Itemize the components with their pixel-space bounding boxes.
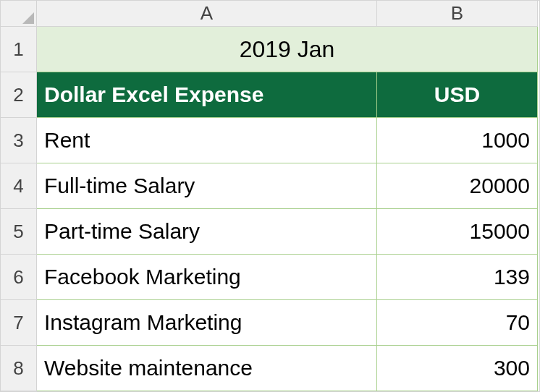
row-header-1[interactable]: 1 — [1, 27, 37, 72]
expense-label[interactable]: Full-time Salary — [37, 163, 377, 209]
select-all-corner[interactable] — [1, 1, 37, 27]
expense-label[interactable]: Website maintenance — [37, 346, 377, 391]
expense-label[interactable]: Part-time Salary — [37, 209, 377, 255]
header-usd[interactable]: USD — [377, 72, 538, 118]
expense-label[interactable]: Facebook Marketing — [37, 255, 377, 300]
row-header-8[interactable]: 8 — [1, 346, 37, 391]
column-header-b[interactable]: B — [377, 1, 538, 27]
title-cell[interactable]: 2019 Jan — [37, 27, 538, 72]
row-header-2[interactable]: 2 — [1, 72, 37, 118]
expense-value[interactable]: 1000 — [377, 118, 538, 163]
expense-value[interactable]: 20000 — [377, 163, 538, 209]
row-header-5[interactable]: 5 — [1, 209, 37, 255]
expense-label[interactable]: Rent — [37, 118, 377, 163]
expense-label[interactable]: Instagram Marketing — [37, 300, 377, 346]
expense-value[interactable]: 70 — [377, 300, 538, 346]
spreadsheet-grid: A B 1 2019 Jan 2 Dollar Excel Expense US… — [0, 0, 540, 392]
expense-value[interactable]: 300 — [377, 346, 538, 391]
row-header-7[interactable]: 7 — [1, 300, 37, 346]
header-expense[interactable]: Dollar Excel Expense — [37, 72, 377, 118]
row-header-3[interactable]: 3 — [1, 118, 37, 163]
expense-value[interactable]: 139 — [377, 255, 538, 300]
column-header-a[interactable]: A — [37, 1, 377, 27]
expense-value[interactable]: 15000 — [377, 209, 538, 255]
row-header-6[interactable]: 6 — [1, 255, 37, 300]
row-header-4[interactable]: 4 — [1, 163, 37, 209]
